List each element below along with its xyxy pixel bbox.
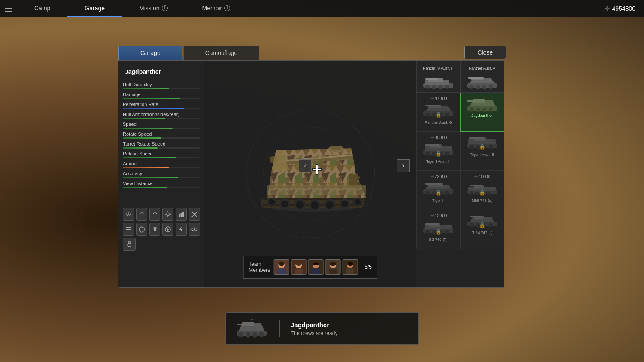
tank-cell-jagdpanther[interactable]: Jagdpanther xyxy=(460,93,504,132)
svg-point-94 xyxy=(425,85,430,89)
action-btn-stats[interactable] xyxy=(176,208,187,221)
crew-portrait-4 xyxy=(325,259,340,275)
svg-point-35 xyxy=(311,201,319,209)
svg-point-174 xyxy=(238,332,243,337)
action-btn-charge[interactable] xyxy=(176,223,187,236)
status-description: The crews are ready xyxy=(291,330,410,336)
svg-rect-72 xyxy=(295,269,303,274)
tab-garage[interactable]: Garage xyxy=(67,0,122,17)
svg-point-175 xyxy=(246,332,251,338)
svg-point-142 xyxy=(425,191,430,195)
svg-rect-93 xyxy=(425,78,438,80)
svg-rect-101 xyxy=(468,77,483,79)
svg-point-33 xyxy=(296,201,304,209)
action-btn-rotate-left[interactable] xyxy=(136,208,147,221)
tank-cell-b2-740[interactable]: ✛ 12000 🔒 B2 740 ( xyxy=(416,210,460,249)
action-btn-medal[interactable] xyxy=(123,238,136,251)
svg-point-137 xyxy=(489,145,493,149)
svg-rect-157 xyxy=(425,223,438,225)
svg-point-103 xyxy=(476,85,480,89)
tab-camp[interactable]: Camp xyxy=(17,0,67,17)
status-text: Jagdpanther The crews are ready xyxy=(291,321,410,336)
tank-thumb-tiger-e: 🔒 xyxy=(465,135,499,150)
svg-point-177 xyxy=(259,332,264,337)
svg-point-169 xyxy=(489,223,493,227)
crew-portraits xyxy=(273,259,358,275)
action-btn-rotate-right[interactable] xyxy=(149,208,161,221)
tank-cell-panther-g[interactable]: ✛ 47000 🔒 Panther xyxy=(416,93,460,132)
stat-penetration-rate: Penetration Rate xyxy=(123,102,200,109)
action-btn-view[interactable] xyxy=(123,208,134,221)
svg-point-29 xyxy=(269,199,275,205)
svg-point-52 xyxy=(330,146,342,150)
svg-point-17 xyxy=(128,243,131,247)
svg-rect-64 xyxy=(269,186,365,188)
action-btn-add[interactable] xyxy=(162,223,173,236)
svg-point-4 xyxy=(167,213,169,216)
svg-point-95 xyxy=(432,85,436,89)
svg-point-126 xyxy=(425,152,430,156)
tank-cell-mkii-748[interactable]: ✛ 10000 🔒 MkII 748 xyxy=(460,171,504,210)
crew-portrait-5 xyxy=(342,259,358,275)
panel-tab-garage[interactable]: Garage xyxy=(118,46,182,60)
bottom-status-bar: ✛ Jagdpanther The crews are ready xyxy=(225,312,419,345)
svg-point-129 xyxy=(445,152,449,156)
tank-nav-prev[interactable]: ‹ xyxy=(299,159,312,172)
tank-cell-panzer-iv[interactable]: Panzer IV Ausf. H xyxy=(416,61,460,93)
svg-point-96 xyxy=(438,85,443,89)
stat-turret-rotate-speed: Turret Rotate Speed xyxy=(123,141,200,149)
crew-portrait-2 xyxy=(291,259,306,275)
tank-thumb-mkii-748: 🔒 xyxy=(465,181,499,196)
svg-point-69 xyxy=(279,262,284,266)
team-count: 5/5 xyxy=(365,264,372,270)
svg-rect-7 xyxy=(182,212,184,217)
tab-memoir[interactable]: Memoir i xyxy=(185,0,248,17)
action-btn-shield[interactable] xyxy=(136,223,147,236)
svg-point-89 xyxy=(347,262,353,266)
svg-point-31 xyxy=(281,201,288,207)
svg-point-151 xyxy=(475,192,479,195)
tank-thumb-panzer-iv xyxy=(421,75,456,90)
action-btn-settings[interactable] xyxy=(162,208,173,221)
panel-tab-camouflage[interactable]: Camouflage xyxy=(183,46,260,60)
svg-rect-141 xyxy=(425,183,441,185)
tab-mission[interactable]: Mission i xyxy=(122,0,185,17)
svg-point-161 xyxy=(445,230,449,234)
svg-point-150 xyxy=(470,191,473,195)
tank-view: ‹ › Team Members xyxy=(207,61,414,287)
close-button[interactable]: Close xyxy=(464,46,506,59)
svg-point-105 xyxy=(489,85,493,89)
main-panel: Garage Camouflage Close Jagdpanther Hull… xyxy=(118,60,504,288)
action-btn-eye2[interactable] xyxy=(189,223,200,236)
svg-point-120 xyxy=(482,108,486,112)
tank-cell-tiger-ii[interactable]: ✛ 72000 🔒 Tiger II xyxy=(416,171,460,210)
svg-point-110 xyxy=(425,113,430,117)
tank-cell-tiger-e[interactable]: 🔒 Tiger I Ausf. E xyxy=(460,132,504,171)
stat-accuracy: Accuracy xyxy=(123,171,200,178)
svg-rect-9 xyxy=(126,229,131,230)
menu-button[interactable] xyxy=(0,0,17,17)
stats-panel: Jagdpanther Hull Durability Damage Penet… xyxy=(118,61,204,287)
action-btn-combat[interactable] xyxy=(189,208,200,221)
tank-thumb-panther-g: 🔒 xyxy=(421,103,456,118)
tank-list-panel: Panzer IV Ausf. H Panther Ausf. A xyxy=(416,61,504,287)
tank-thumb-tiger-h: 🔒 xyxy=(421,142,456,157)
hamburger-icon xyxy=(5,6,12,12)
stat-damage: Damage xyxy=(123,92,200,99)
stat-rotate-speed: Rotate Speed xyxy=(123,131,200,139)
svg-rect-87 xyxy=(346,269,354,274)
svg-point-166 xyxy=(469,223,474,227)
top-navigation: Camp Garage Mission i Memoir i ✛ 4954800 xyxy=(0,0,644,17)
vehicle-name: Jagdpanther xyxy=(123,65,200,79)
action-btn-list[interactable] xyxy=(123,223,134,236)
tank-cell-t34-747[interactable]: 🔒 T-34 747 (r) xyxy=(460,210,504,249)
action-btn-paw[interactable] xyxy=(149,223,161,236)
tank-cell-panther-a[interactable]: Panther Ausf. A xyxy=(460,61,504,93)
svg-point-119 xyxy=(476,108,480,112)
panel-tabs: Garage Camouflage xyxy=(118,46,259,60)
svg-rect-82 xyxy=(329,269,337,274)
svg-rect-67 xyxy=(277,269,286,274)
tank-nav-next[interactable]: › xyxy=(397,159,410,172)
tank-cell-tiger-h[interactable]: ✛ 45000 🔒 Tiger I xyxy=(416,132,460,171)
stat-hull-armor: Hull Armor(front/sides/rear) xyxy=(123,112,200,119)
